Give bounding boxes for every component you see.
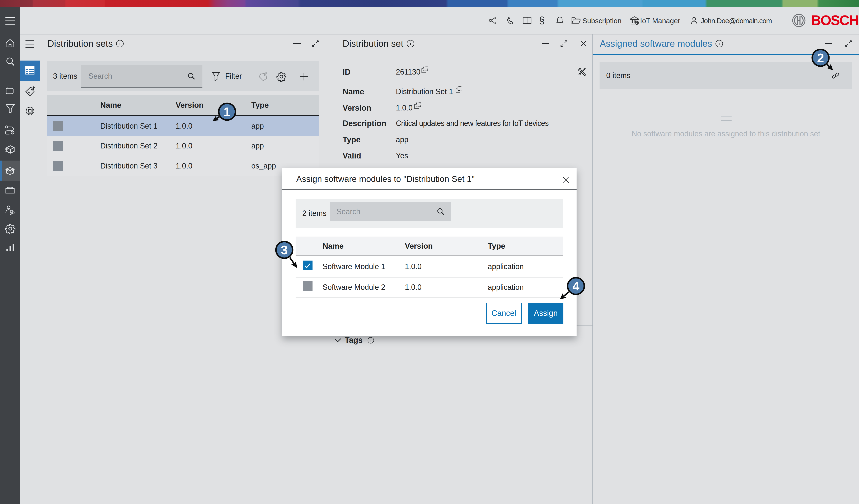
svg-text:4: 4 [572,279,579,293]
svg-text:3: 3 [281,243,288,257]
svg-text:1: 1 [224,105,230,119]
svg-text:2: 2 [817,51,824,65]
